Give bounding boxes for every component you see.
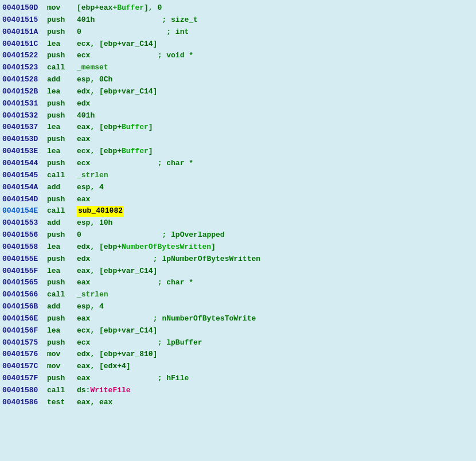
address: 0040150D bbox=[2, 3, 47, 14]
table-row: 00401580callds:WriteFile bbox=[0, 385, 476, 397]
address: 00401532 bbox=[2, 111, 47, 122]
mnemonic: push bbox=[47, 111, 77, 122]
operands: _strlen bbox=[77, 170, 108, 181]
table-row: 0040155Fleaeax, [ebp+var_C14] bbox=[0, 265, 476, 278]
address: 0040156B bbox=[2, 302, 47, 312]
table-row: 00401515push401h ; size_t bbox=[0, 14, 476, 26]
table-row: 00401586testeax, eax bbox=[0, 397, 476, 409]
mnemonic: push bbox=[47, 15, 77, 26]
table-row: 00401522pushecx ; void * bbox=[0, 50, 476, 62]
address: 0040151C bbox=[2, 39, 47, 50]
table-row: 00401545call_strlen bbox=[0, 170, 476, 182]
table-row: 00401558leaedx, [ebp+NumberOfBytesWritte… bbox=[0, 241, 476, 253]
address: 0040156F bbox=[2, 326, 47, 337]
mnemonic: push bbox=[47, 134, 77, 145]
table-row: 0040155Epushedx ; lpNumberOfBytesWritten bbox=[0, 253, 476, 265]
address: 00401523 bbox=[2, 62, 47, 73]
address: 00401576 bbox=[2, 349, 47, 360]
table-row: 00401556push0 ; lpOverlapped bbox=[0, 229, 476, 241]
operands: eax ; hFile bbox=[77, 373, 189, 384]
table-row: 0040151Cleaecx, [ebp+var_C14] bbox=[0, 38, 476, 50]
table-row: 00401566call_strlen bbox=[0, 289, 476, 301]
address: 00401565 bbox=[2, 278, 47, 288]
table-row: 00401531pushedx bbox=[0, 98, 476, 110]
mnemonic: add bbox=[47, 75, 77, 85]
mnemonic: add bbox=[47, 182, 77, 193]
table-row: 0040152Bleaedx, [ebp+var_C14] bbox=[0, 86, 476, 98]
table-row: 0040156Epusheax ; nNumberOfBytesToWrite bbox=[0, 313, 476, 325]
mnemonic: call bbox=[47, 290, 77, 300]
operands: ecx, [ebp+Buffer] bbox=[77, 146, 153, 157]
mnemonic: mov bbox=[47, 361, 77, 372]
operands: edx, [ebp+var_C14] bbox=[77, 87, 157, 97]
mnemonic: push bbox=[47, 254, 77, 265]
mnemonic: call bbox=[47, 385, 77, 396]
operands: esp, 0Ch bbox=[77, 75, 112, 85]
operands: ds:WriteFile bbox=[77, 385, 131, 396]
address: 00401544 bbox=[2, 158, 47, 169]
table-row: 0040151Apush0 ; int bbox=[0, 26, 476, 38]
table-row: 0040157Fpusheax ; hFile bbox=[0, 373, 476, 385]
address: 0040155E bbox=[2, 254, 47, 265]
operands: ecx ; void * bbox=[77, 50, 193, 61]
operands: eax ; char * bbox=[77, 278, 193, 288]
table-row: 00401532push401h bbox=[0, 110, 476, 122]
table-row: 0040156Fleaecx, [ebp+var_C14] bbox=[0, 325, 476, 337]
address: 0040156E bbox=[2, 314, 47, 325]
mnemonic: lea bbox=[47, 39, 77, 50]
operands: eax bbox=[77, 134, 90, 145]
address: 0040154A bbox=[2, 182, 47, 193]
address: 00401556 bbox=[2, 230, 47, 241]
mnemonic: mov bbox=[47, 3, 77, 14]
mnemonic: mov bbox=[47, 349, 77, 360]
table-row: 00401537leaeax, [ebp+Buffer] bbox=[0, 122, 476, 134]
table-row: 00401565pusheax ; char * bbox=[0, 277, 476, 289]
table-row: 00401553addesp, 10h bbox=[0, 217, 476, 229]
address: 0040153D bbox=[2, 134, 47, 145]
address: 00401558 bbox=[2, 242, 47, 253]
operands: eax, [edx+4] bbox=[77, 361, 131, 372]
table-row: 00401528addesp, 0Ch bbox=[0, 74, 476, 86]
mnemonic: push bbox=[47, 230, 77, 241]
operands: 401h bbox=[77, 111, 95, 122]
disassembly-view: 0040150Dmov[ebp+eax+Buffer], 000401515pu… bbox=[0, 0, 476, 461]
operands: ecx, [ebp+var_C14] bbox=[77, 326, 157, 337]
operands: 401h ; size_t bbox=[77, 15, 198, 26]
operands: [ebp+eax+Buffer], 0 bbox=[77, 3, 162, 14]
table-row: 0040154Dpusheax bbox=[0, 194, 476, 206]
address: 0040157F bbox=[2, 373, 47, 384]
address: 0040154E bbox=[2, 206, 47, 217]
mnemonic: push bbox=[47, 278, 77, 288]
mnemonic: add bbox=[47, 302, 77, 312]
address: 0040151A bbox=[2, 27, 47, 38]
table-row: 0040153Dpusheax bbox=[0, 134, 476, 146]
operands: edx, [ebp+NumberOfBytesWritten] bbox=[77, 242, 216, 253]
address: 00401553 bbox=[2, 218, 47, 229]
mnemonic: push bbox=[47, 314, 77, 325]
table-row: 00401575pushecx ; lpBuffer bbox=[0, 337, 476, 349]
table-row: 0040150Dmov[ebp+eax+Buffer], 0 bbox=[0, 2, 476, 14]
operands: eax, [ebp+var_C14] bbox=[77, 266, 157, 277]
address: 0040153E bbox=[2, 146, 47, 157]
operands: 0 ; lpOverlapped bbox=[77, 230, 225, 241]
table-row: 0040154Ecallsub_401082 bbox=[0, 205, 476, 217]
mnemonic: call bbox=[47, 206, 77, 217]
mnemonic: lea bbox=[47, 326, 77, 337]
mnemonic: push bbox=[47, 338, 77, 349]
operands: ecx ; char * bbox=[77, 158, 193, 169]
mnemonic: lea bbox=[47, 146, 77, 157]
table-row: 00401523call_memset bbox=[0, 62, 476, 74]
address: 0040152B bbox=[2, 87, 47, 97]
address: 00401545 bbox=[2, 170, 47, 181]
operands: edx ; lpNumberOfBytesWritten bbox=[77, 254, 260, 265]
mnemonic: lea bbox=[47, 242, 77, 253]
address: 00401531 bbox=[2, 99, 47, 110]
mnemonic: test bbox=[47, 397, 77, 408]
table-row: 0040156Baddesp, 4 bbox=[0, 301, 476, 313]
address: 00401575 bbox=[2, 338, 47, 349]
table-row: 0040157Cmoveax, [edx+4] bbox=[0, 361, 476, 373]
address: 00401522 bbox=[2, 50, 47, 61]
table-row: 0040154Aaddesp, 4 bbox=[0, 182, 476, 194]
operands: ecx ; lpBuffer bbox=[77, 338, 202, 349]
mnemonic: push bbox=[47, 158, 77, 169]
